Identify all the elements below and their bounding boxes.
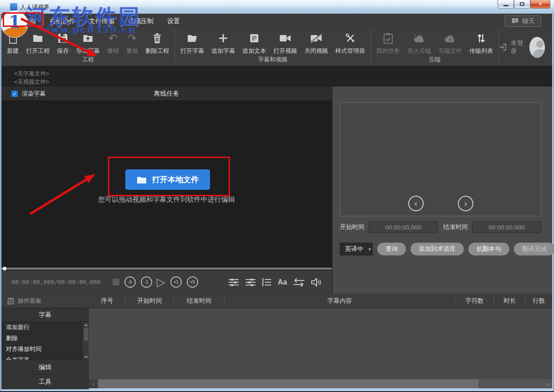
add-to-termbase-button[interactable]: 添加到术语库 [410, 243, 464, 255]
col-duration[interactable]: 时长 [494, 297, 525, 305]
chat-label: 聊天 [522, 17, 535, 25]
action-align-play-time[interactable]: 对齐播放时间 [1, 344, 89, 355]
col-char-count[interactable]: 字符数 [455, 297, 494, 305]
forward-5-button[interactable]: +5 [187, 276, 198, 288]
toolbar-group-label-subtitle-video: 字幕和视频 [177, 55, 369, 66]
chat-bubble-icon [511, 18, 519, 25]
login-status[interactable]: 未登录 [511, 39, 525, 56]
open-subtitle-button[interactable]: 打开字幕 [177, 28, 208, 55]
subtitle-preview-box [340, 102, 541, 216]
open-video-button[interactable]: 打开视频 [270, 28, 301, 55]
operation-panel: 操作面板 字幕 添加新行 删除 对齐播放时间 合并字幕 编辑 工具 [1, 294, 89, 389]
transfer-list-icon [477, 32, 486, 44]
hscroll-thumb[interactable] [98, 379, 478, 388]
panel-scrollbar[interactable] [83, 322, 89, 360]
transfer-list-button[interactable]: 传输列表 [466, 28, 497, 55]
query-button[interactable]: 查询 [377, 243, 406, 255]
toolbar-group-label-cloud: 云端 [373, 55, 497, 66]
subtitle-file-status: <无字幕文件> [14, 70, 552, 78]
cloud-files-button[interactable]: 云端文件 [435, 28, 466, 55]
col-subtitle-content[interactable]: 字幕内容 [225, 297, 455, 305]
col-index[interactable]: 序号 [89, 297, 125, 305]
my-tasks-button[interactable]: 我的任务 [373, 28, 404, 55]
machine-translate-button[interactable]: 机翻本句 [468, 243, 509, 255]
seek-track [1, 268, 332, 270]
col-line-count[interactable]: 行数 [526, 297, 552, 305]
save-to-cloud-button[interactable]: 存入云端 [404, 28, 435, 55]
rewind-1-button[interactable]: -1 [141, 276, 152, 288]
line-list-icon[interactable] [262, 277, 272, 287]
volume-icon[interactable] [311, 277, 322, 287]
app-window: 人人译视界 ✕ 字幕编辑 在线协作 文件传输 视频压制 设置 聊天 新建 [0, 0, 554, 392]
scroll-left-icon[interactable]: ‹ [89, 379, 98, 388]
avatar[interactable] [529, 37, 545, 58]
toolbar-group-label-project: 工程 [3, 55, 173, 66]
end-time-input[interactable]: 00:00:00,000 [472, 221, 541, 233]
avatar-head-icon [536, 41, 544, 48]
append-text-button[interactable]: 追加文本 [239, 28, 270, 55]
stop-button[interactable] [113, 279, 119, 285]
append-subtitle-icon [218, 32, 229, 44]
menu-settings[interactable]: 设置 [160, 14, 187, 28]
append-text-icon [249, 32, 259, 44]
scroll-up-icon[interactable] [84, 324, 88, 326]
delete-project-button[interactable]: 删除工程 [142, 28, 173, 55]
font-size-icon[interactable]: Aa [278, 278, 287, 286]
close-icon: ✕ [538, 1, 543, 7]
append-subtitle-button[interactable]: 追加字幕 [208, 28, 239, 55]
login-enter-icon [499, 43, 507, 51]
section-subtitle[interactable]: 字幕 [1, 308, 89, 322]
operation-panel-header: 操作面板 [1, 294, 89, 308]
subtitle-actions-list: 添加新行 删除 对齐播放时间 合并字幕 [1, 322, 89, 360]
maximize-button[interactable] [514, 0, 530, 9]
table-horizontal-scrollbar[interactable]: ‹ › [89, 379, 552, 388]
chat-button[interactable]: 聊天 [505, 15, 541, 27]
annotation-rect-menu [3, 12, 43, 27]
file-info-strip: <无字幕文件> <无视频文件> [1, 66, 552, 87]
start-time-input[interactable]: 00:00:00,000 [369, 221, 438, 233]
language-mode-select[interactable]: 英译中 ▼ [340, 243, 373, 255]
render-bar: ✓ 渲染字幕 离线任务 [1, 87, 332, 101]
close-video-button[interactable]: 关闭视频 [301, 28, 332, 55]
save-to-cloud-icon [413, 32, 425, 44]
action-merge-subtitle[interactable]: 合并字幕 [1, 355, 89, 360]
scroll-thumb[interactable] [84, 328, 88, 341]
subtitle-table-header: 序号 开始时间 结束时间 字幕内容 字符数 时长 行数 [89, 294, 552, 308]
maximize-icon [520, 2, 524, 6]
time-row: 开始时间 00:00:00,000 结束时间 00:00:00,000 [340, 221, 541, 233]
col-start-time[interactable]: 开始时间 [126, 297, 174, 305]
translate-toolbar: 英译中 ▼ 查询 添加到术语库 机翻本句 翻译完成 [340, 243, 554, 255]
minimize-button[interactable] [498, 0, 514, 9]
forward-1-button[interactable]: +1 [170, 276, 182, 288]
col-end-time[interactable]: 结束时间 [174, 297, 224, 305]
minimize-icon [503, 5, 508, 6]
scroll-right-icon[interactable]: › [543, 379, 552, 388]
subtitle-align-sliders-2-icon[interactable] [245, 277, 256, 287]
action-add-new-line[interactable]: 添加新行 [1, 322, 89, 333]
open-video-icon [279, 32, 291, 44]
seek-handle[interactable] [3, 267, 6, 270]
chevron-down-icon: ▼ [368, 247, 372, 252]
toolbar-group-cloud: 我的任务 存入云端 云端文件 传输列表 云端 [371, 28, 499, 66]
open-subtitle-icon [187, 32, 198, 44]
style-manager-button[interactable]: 样式管理器 [332, 28, 369, 55]
section-tools[interactable]: 工具 [1, 375, 89, 389]
annotation-rect-open-button [108, 157, 230, 196]
swap-lines-icon[interactable] [293, 277, 305, 287]
previous-subtitle-button[interactable]: ‹ [408, 196, 424, 211]
subtitle-edit-panel: ‹ › 开始时间 00:00:00,000 结束时间 00:00:00,000 … [332, 87, 552, 294]
subtitle-align-sliders-icon[interactable] [228, 277, 239, 287]
play-button[interactable]: ▷ [157, 276, 165, 288]
rewind-5-button[interactable]: -5 [124, 276, 136, 288]
seek-bar[interactable] [1, 267, 332, 270]
scroll-down-icon[interactable] [84, 356, 88, 358]
offline-task-label: 离线任务 [1, 90, 332, 98]
delete-project-icon [152, 32, 162, 44]
next-subtitle-button[interactable]: › [458, 196, 473, 211]
section-edit[interactable]: 编辑 [1, 360, 89, 375]
close-button[interactable]: ✕ [530, 0, 550, 9]
cloud-files-icon [444, 32, 456, 44]
video-file-status: <无视频文件> [14, 78, 552, 86]
action-delete[interactable]: 删除 [1, 333, 89, 344]
translate-done-button[interactable]: 翻译完成 [514, 243, 554, 255]
